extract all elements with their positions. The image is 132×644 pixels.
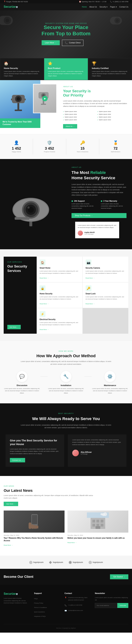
connect-us-button[interactable]: Connect Us → (10, 458, 25, 462)
news-card-title-1: Top 7 Reasons Why You Need a Home Securi… (4, 537, 65, 542)
footer-logo: Securize🛡️ (4, 592, 29, 596)
services-get-more-button[interactable]: Get More → (7, 325, 21, 329)
footer-contact-email: ✉️ contact@securize.com (65, 610, 90, 613)
feature-title-1: Home Security (4, 67, 40, 69)
footer-address-text: Nowhere id est diercing. Nam placerat el… (68, 596, 90, 601)
reliable-text: Lorem ipsum dolor sit amet, consectetur … (72, 183, 127, 196)
reliable-feature-1-text: Lorem ipsum dolor sit amet, consectetur … (72, 203, 97, 210)
method-step-text-2: Lorem ipsum dolor sit amet, consectetur … (48, 388, 84, 394)
newsletter-subscribe-button[interactable]: Subscribe (117, 603, 128, 608)
home-security-icon-2: 🔒 (40, 285, 45, 291)
read-more-5[interactable]: Read More → (40, 329, 49, 330)
feature-card-home: 🏠 Home Security Lorem ipsum dolor sit am… (0, 58, 44, 80)
stat-label-1: Happy Clients (4, 151, 29, 152)
contact-button[interactable]: 📞 Contact Direct (62, 40, 83, 46)
reliable-label: About Us (72, 166, 127, 168)
about-list-2: Option ipsum dolor Option ipsum dolor Op… (97, 110, 128, 121)
service-title-1: Smart Home (40, 267, 80, 269)
news-read-more-2[interactable]: Read More → (67, 542, 77, 544)
svg-rect-41 (96, 526, 100, 529)
nav-pages[interactable]: Pages ▾ (110, 6, 117, 8)
service-title-5: Electrical Security (40, 318, 80, 320)
hero-badge: Security System for Home and Office (42, 22, 91, 24)
learn-more-button[interactable]: Learn More → (42, 40, 60, 45)
best-product-icon: ⭐ (48, 61, 84, 66)
read-more-2[interactable]: Read More → (86, 277, 95, 279)
read-more-4[interactable]: Read More → (86, 303, 95, 305)
footer-support-links: FAQs Privacy Policy Terms & Conditions Q… (34, 596, 59, 618)
footer-contact-address: 📍 Nowhere id est diercing. Nam placerat … (65, 596, 90, 603)
stat-label-3: Years in Business (70, 151, 95, 152)
nav-logo: Securize🛡️ (4, 5, 18, 8)
svg-rect-31 (33, 525, 35, 529)
nav-home[interactable]: Home (82, 6, 87, 8)
smart-lock-icon: 🔑 (86, 285, 92, 291)
become-client-title: Become Our Client (4, 575, 33, 579)
support-link-3[interactable]: Terms & Conditions (34, 607, 47, 608)
about-list-col-1: Option ipsum dolor Option ipsum dolor Op… (63, 110, 94, 121)
svg-point-5 (116, 19, 119, 22)
service-title-4: Smart Lock (86, 293, 126, 295)
footer-newsletter-title: Newsletter (95, 592, 128, 594)
reliable-features: 24h Support Lorem ipsum dolor sit amet, … (72, 200, 127, 210)
nav-about[interactable]: About Us (89, 6, 97, 8)
topbar-right-info: ⏰ Opening: Mon Fri / 08:00 — 17:00 (79, 1, 107, 2)
cta-card-title: Give you The Best Security Service for y… (10, 439, 60, 446)
about-content: About Us Your Security is Our Priority L… (59, 80, 132, 134)
footer-newsletter-col: Newsletter Lorem ipsum dolor sit amet, c… (95, 592, 128, 619)
smart-home-icon: 🏠 (40, 260, 45, 266)
author-name: Anpha World (84, 232, 95, 233)
footer: Securize🛡️ Lorem ipsum dolor sit amet, c… (0, 585, 132, 632)
read-more-3[interactable]: Read More → (40, 303, 49, 305)
stat-number-1: 1 452 (4, 146, 29, 150)
navbar: Securize🛡️ Home About Us Security ▾ Page… (0, 3, 132, 10)
method-step-maintenance: ⚙️ Maintenance Lorem ipsum dolor sit ame… (92, 371, 128, 394)
footer-newsletter-text: Lorem ipsum dolor sit amet, consectetur … (95, 596, 128, 601)
support-link-1[interactable]: FAQs (34, 598, 38, 600)
svg-rect-10 (17, 103, 19, 110)
footer-contact-phone: 📞 +1 (800) 12 345 6789 (65, 604, 90, 608)
get-started-button[interactable]: Get Started → (110, 574, 128, 579)
footer-bottom: Service | Copyright by digitizer (4, 624, 128, 629)
security-camera-icon: 📷 (86, 260, 92, 266)
news-see-more-button[interactable]: See More → (4, 502, 18, 506)
support-link-2[interactable]: Privacy Policy (34, 602, 43, 604)
news-read-more-1[interactable]: Read More → (4, 544, 13, 546)
nav-security[interactable]: Security ▾ (99, 6, 108, 8)
trusted-overlay: We're Trusted by More Than 5000 Customer (0, 118, 40, 128)
about-label: About Us (63, 86, 128, 88)
play-button[interactable]: ▶ (42, 96, 48, 101)
installation-icon: 🔧 (60, 371, 72, 382)
become-client-section: Become Our Client Get Started → (0, 569, 132, 585)
method-text: Lorem ipsum dolor sit amet, consectetur … (20, 360, 112, 366)
service-smart-lock: 🔑 Smart Lock Lorem ipsum dolor sit amet,… (83, 282, 129, 308)
reliable-title: The Most Reliable Home Security Service (72, 170, 127, 180)
services-title: Our Security Services (7, 264, 33, 273)
footer-phone-text: +1 (800) 12 345 6789 (68, 604, 82, 606)
list-item: Option ipsum dolor (97, 113, 128, 116)
about-section: We're Trusted by More Than 5000 Customer… (0, 80, 132, 134)
service-text-4: Lorem ipsum dolor sit amet, consectetur … (86, 296, 126, 300)
list-item: Helpdesk & FAQs (34, 614, 59, 618)
stat-number-4: 72 (103, 146, 128, 150)
topbar-left: 📍 Fauget, Florida 800 657-8150 (4, 1, 28, 2)
shop-products-button[interactable]: Shop Our Products → (72, 213, 127, 218)
method-step-text-1: Lorem ipsum dolor sit amet, consectetur … (4, 388, 40, 394)
method-step-installation: 🔧 Installation Lorem ipsum dolor sit ame… (48, 371, 84, 394)
nav-contact[interactable]: Contact Us (119, 6, 128, 8)
support-link-5[interactable]: Helpdesk & FAQs (34, 616, 46, 617)
support-link-4[interactable]: Quick Questions (34, 611, 45, 613)
about-btn[interactable]: About Us → (63, 124, 77, 128)
svg-rect-40 (101, 524, 103, 526)
reliable-feature-2-text: Lorem ipsum dolor sit amet, consectetur … (101, 203, 127, 210)
testimonial-text: Lorem ipsum dolor sit amet, consectetur … (78, 224, 117, 229)
projects-icon: 🛡️ (37, 140, 62, 145)
service-title-3: Home Security (40, 293, 80, 295)
news-card-2: Security • May 10, 2024 Before you leave… (67, 510, 128, 546)
newsletter-email-input[interactable] (95, 603, 117, 608)
svg-rect-30 (31, 524, 33, 529)
features-row: 🏠 Home Security Lorem ipsum dolor sit am… (0, 58, 132, 80)
read-more-1[interactable]: Read More → (40, 277, 49, 279)
cta-card-right: Lorem ipsum dolor sit amet, consectetur … (68, 434, 127, 467)
svg-rect-16 (41, 104, 46, 105)
